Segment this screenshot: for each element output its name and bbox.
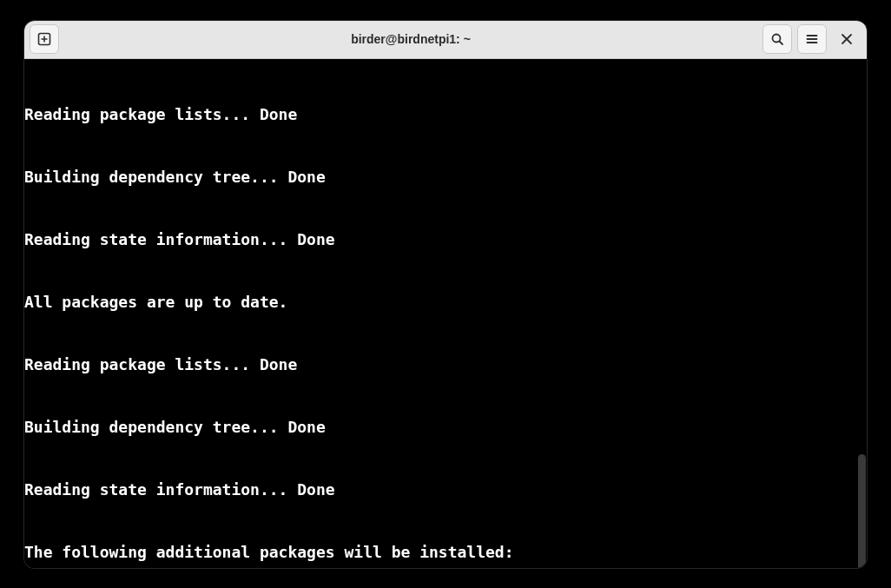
terminal-line: Building dependency tree... Done (24, 417, 867, 438)
titlebar: birder@birdnetpi1: ~ (24, 21, 867, 59)
svg-line-4 (780, 42, 783, 45)
new-tab-button[interactable] (30, 24, 59, 54)
terminal-output[interactable]: Reading package lists... Done Building d… (24, 59, 867, 568)
close-icon (841, 33, 853, 45)
search-icon (770, 32, 784, 46)
close-button[interactable] (832, 24, 861, 54)
hamburger-icon (805, 32, 819, 46)
terminal-line: Reading package lists... Done (24, 104, 867, 125)
search-button[interactable] (762, 24, 792, 54)
terminal-line: Reading package lists... Done (24, 354, 867, 375)
terminal-line: Reading state information... Done (24, 229, 867, 250)
scrollbar-thumb[interactable] (858, 454, 866, 568)
window-title: birder@birdnetpi1: ~ (64, 32, 757, 46)
terminal-line: Building dependency tree... Done (24, 167, 867, 188)
terminal-line: The following additional packages will b… (24, 542, 867, 563)
menu-button[interactable] (797, 24, 827, 54)
new-tab-icon (37, 32, 51, 46)
terminal-window: birder@birdnetpi1: ~ (24, 21, 867, 568)
terminal-line: All packages are up to date. (24, 292, 867, 313)
terminal-line: Reading state information... Done (24, 479, 867, 500)
